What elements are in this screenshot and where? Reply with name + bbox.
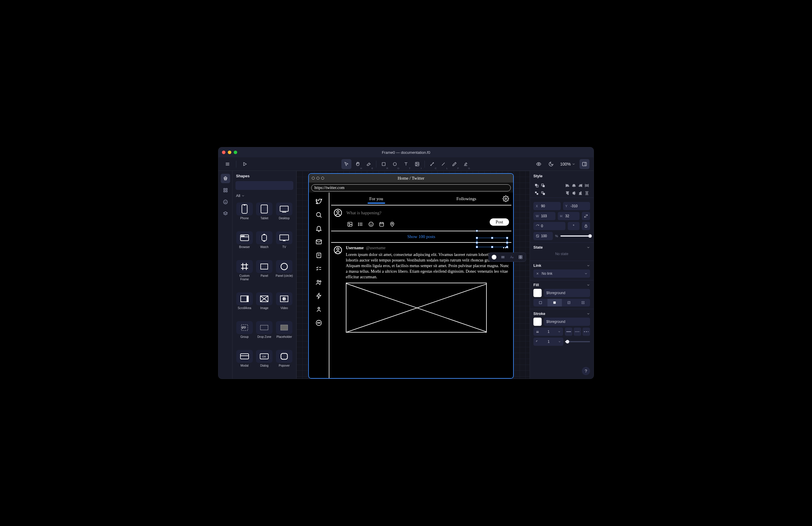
fill-solid[interactable] (548, 299, 562, 306)
shape-item[interactable]: Panel (256, 259, 274, 289)
align-left-button[interactable] (564, 182, 571, 189)
location-icon[interactable] (389, 221, 395, 227)
panels-toggle[interactable] (580, 159, 590, 169)
shape-item[interactable]: Browser (235, 230, 253, 257)
dash-solid[interactable] (565, 327, 572, 336)
bolt-icon[interactable] (315, 292, 322, 299)
text-style-button[interactable] (508, 253, 516, 261)
fill-section-title[interactable]: Fill (533, 283, 590, 287)
dash-dashed[interactable] (582, 327, 590, 336)
shape-item[interactable]: Desktop (275, 201, 293, 228)
theme-toggle[interactable] (546, 159, 556, 169)
shape-item[interactable]: Image (256, 291, 274, 318)
shape-item[interactable]: ScrollArea (235, 291, 253, 318)
x-field[interactable]: X90 (533, 202, 561, 210)
components-rail-button[interactable] (221, 186, 230, 195)
shape-item[interactable]: Popover (275, 349, 293, 376)
fill-swatch[interactable] (533, 289, 542, 297)
minimize-window-button[interactable] (228, 150, 231, 154)
select-tool[interactable] (342, 159, 351, 169)
mock-url-bar[interactable]: https://twitter.com (311, 184, 511, 191)
profile-icon[interactable] (315, 306, 322, 313)
post-username[interactable]: Username (346, 246, 364, 250)
post-button[interactable]: Post (490, 218, 509, 226)
shapes-search-input[interactable] (240, 184, 289, 188)
people-icon[interactable] (315, 279, 322, 286)
stroke-value[interactable]: $foreground (544, 318, 590, 326)
compose-placeholder[interactable]: What is happening? (346, 210, 381, 216)
layout-button[interactable] (517, 253, 525, 261)
align-center-h-button[interactable] (571, 182, 577, 189)
list-icon[interactable] (358, 221, 363, 227)
search-icon[interactable] (315, 211, 322, 218)
shape-item[interactable]: Custom Frame (235, 259, 253, 289)
layers-rail-button[interactable] (221, 209, 230, 218)
emoji-rail-button[interactable] (221, 197, 230, 207)
opacity-field[interactable]: 100 (533, 232, 553, 240)
note-icon[interactable] (315, 252, 322, 259)
state-section-title[interactable]: State (533, 245, 590, 249)
align-top-button[interactable] (564, 190, 571, 196)
smile-icon[interactable] (368, 221, 374, 227)
stroke-width-select[interactable]: 1 (533, 327, 563, 336)
help-button[interactable]: ? (582, 367, 590, 375)
tab-followings[interactable]: Followings (421, 196, 511, 201)
distribute-h-button[interactable] (584, 182, 590, 189)
ungroup-button[interactable] (540, 190, 546, 196)
stroke-join-select[interactable]: 1 (533, 338, 563, 346)
mail-icon[interactable] (315, 238, 322, 245)
stroke-swatch[interactable] (533, 318, 542, 326)
settings-icon[interactable] (503, 195, 509, 202)
fill-cross[interactable] (576, 299, 590, 306)
stroke-section-title[interactable]: Stroke (533, 311, 590, 316)
connector-tool[interactable]: C (427, 159, 437, 169)
shape-item[interactable]: Tablet (256, 201, 274, 228)
highlighter-tool[interactable]: G (461, 159, 470, 169)
browser-frame[interactable]: Home / Twitter https://twitter.com (308, 173, 514, 379)
visibility-button[interactable] (534, 159, 544, 169)
menu-button[interactable] (222, 159, 232, 169)
shape-item[interactable]: Panel (circle) (275, 259, 293, 289)
stroke-slider[interactable] (565, 341, 590, 342)
zoom-level[interactable]: 100% (559, 162, 577, 166)
pen-tool[interactable]: P (449, 159, 460, 169)
ellipse-tool[interactable]: O (390, 159, 400, 169)
stroke-style-button[interactable] (499, 253, 507, 261)
post-more-icon[interactable]: ••• (503, 246, 509, 250)
align-bottom-button[interactable] (577, 190, 584, 196)
swap-wh-button[interactable] (582, 212, 590, 220)
checklist-icon[interactable] (315, 265, 322, 273)
text-tool[interactable]: T (401, 159, 411, 169)
send-backward-button[interactable] (540, 182, 546, 189)
play-button[interactable] (240, 159, 250, 169)
calendar-icon[interactable] (379, 221, 385, 227)
shape-item[interactable]: Phone (235, 201, 253, 228)
fill-hatch[interactable] (562, 299, 576, 306)
fill-swatch-button[interactable] (490, 253, 498, 261)
opacity-slider[interactable] (561, 235, 590, 237)
shapes-filter[interactable]: All (232, 192, 296, 200)
image-icon[interactable] (347, 221, 353, 227)
group-button[interactable] (533, 190, 540, 196)
more-circle-icon[interactable] (315, 319, 322, 326)
rectangle-tool[interactable]: R (379, 159, 389, 169)
shapes-search[interactable] (235, 181, 293, 190)
shape-item[interactable]: TV (275, 230, 293, 257)
shapes-rail-button[interactable] (221, 174, 230, 183)
shape-item[interactable]: Drop Zone (256, 320, 274, 347)
link-field[interactable]: No link (533, 269, 590, 278)
image-tool[interactable]: I (412, 159, 422, 169)
distribute-v-button[interactable] (584, 190, 590, 196)
link-section-title[interactable]: Link (533, 263, 590, 268)
align-right-button[interactable] (577, 182, 584, 189)
shape-item[interactable]: Watch (256, 230, 274, 257)
shape-item[interactable]: Placeholder (275, 320, 293, 347)
fill-none[interactable] (533, 299, 548, 306)
clear-icon[interactable] (291, 184, 291, 188)
shape-item[interactable]: grpGroup (235, 320, 253, 347)
align-center-v-button[interactable] (571, 190, 577, 196)
line-tool[interactable]: L (438, 159, 448, 169)
y-field[interactable]: Y-310 (563, 202, 590, 210)
fill-value[interactable]: $foreground (544, 289, 590, 297)
rotation-field[interactable]: 0 (533, 222, 565, 230)
